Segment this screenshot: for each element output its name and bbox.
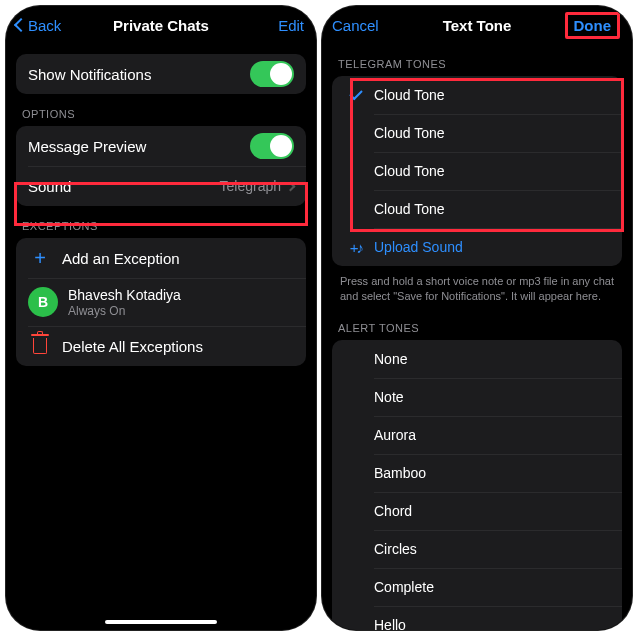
message-preview-row[interactable]: Message Preview: [16, 126, 306, 166]
alert-tone-row[interactable]: Note: [332, 378, 622, 416]
sound-label: Sound: [28, 178, 220, 195]
tone-label: Cloud Tone: [374, 201, 445, 217]
home-indicator[interactable]: [105, 620, 217, 624]
edit-label: Edit: [278, 17, 304, 34]
upload-sound-row[interactable]: +♪Upload Sound: [332, 228, 622, 266]
alert-tone-row[interactable]: Hello: [332, 606, 622, 630]
telegram-tone-row[interactable]: Cloud Tone: [332, 114, 622, 152]
alert-tone-row[interactable]: Aurora: [332, 416, 622, 454]
sound-row[interactable]: Sound Telegraph: [16, 166, 306, 206]
alert-tone-row[interactable]: None: [332, 340, 622, 378]
upload-hint: Press and hold a short voice note or mp3…: [322, 266, 632, 304]
edit-button[interactable]: Edit: [278, 6, 304, 44]
alert-tones-header: ALERT TONES: [322, 304, 632, 340]
message-preview-label: Message Preview: [28, 138, 250, 155]
alert-tones-group: NoneNoteAuroraBambooChordCirclesComplete…: [332, 340, 622, 630]
tone-label: Bamboo: [374, 465, 426, 481]
upload-sound-icon: +♪: [350, 239, 362, 256]
tone-label: Complete: [374, 579, 434, 595]
delete-all-label: Delete All Exceptions: [62, 338, 294, 355]
avatar: B: [28, 287, 58, 317]
alert-tone-row[interactable]: Circles: [332, 530, 622, 568]
exception-user-status: Always On: [68, 304, 294, 318]
cancel-label: Cancel: [332, 17, 379, 34]
check-icon: [349, 87, 362, 100]
show-notifications-row[interactable]: Show Notifications: [16, 54, 306, 94]
tone-label: Note: [374, 389, 404, 405]
tone-label: Cloud Tone: [374, 125, 445, 141]
tone-label: None: [374, 351, 407, 367]
done-button[interactable]: Done: [565, 6, 621, 44]
annotation-done-button: Done: [565, 12, 621, 39]
tone-label: Cloud Tone: [374, 163, 445, 179]
phone-text-tone: Cancel Text Tone Done TELEGRAM TONES Clo…: [322, 6, 632, 630]
page-title: Private Chats: [113, 17, 209, 34]
add-exception-label: Add an Exception: [62, 250, 294, 267]
chevron-right-icon: [286, 181, 296, 191]
sound-value: Telegraph: [220, 178, 282, 194]
done-label: Done: [574, 17, 612, 34]
telegram-tones-header: TELEGRAM TONES: [322, 44, 632, 76]
tone-label: Circles: [374, 541, 417, 557]
cancel-button[interactable]: Cancel: [332, 6, 379, 44]
telegram-tone-row[interactable]: Cloud Tone: [332, 152, 622, 190]
navbar: Back Private Chats Edit: [6, 6, 316, 44]
plus-icon: +: [34, 248, 46, 268]
options-group: Message Preview Sound Telegraph: [16, 126, 306, 206]
exceptions-header: EXCEPTIONS: [6, 206, 316, 238]
alert-tone-row[interactable]: Chord: [332, 492, 622, 530]
tone-label: Aurora: [374, 427, 416, 443]
alert-tone-row[interactable]: Complete: [332, 568, 622, 606]
message-preview-toggle[interactable]: [250, 133, 294, 159]
tone-label: Chord: [374, 503, 412, 519]
telegram-tones-group: Cloud ToneCloud ToneCloud ToneCloud Tone…: [332, 76, 622, 266]
tone-label: Hello: [374, 617, 406, 630]
alert-tone-row[interactable]: Bamboo: [332, 454, 622, 492]
page-title: Text Tone: [443, 17, 512, 34]
avatar-initial: B: [38, 294, 48, 310]
notifications-group: Show Notifications: [16, 54, 306, 94]
exceptions-group: + Add an Exception B Bhavesh Kotadiya Al…: [16, 238, 306, 366]
upload-sound-label: Upload Sound: [374, 239, 463, 255]
back-button[interactable]: Back: [16, 6, 61, 44]
telegram-tone-row[interactable]: Cloud Tone: [332, 76, 622, 114]
navbar: Cancel Text Tone Done: [322, 6, 632, 44]
exception-user-row[interactable]: B Bhavesh Kotadiya Always On: [16, 278, 306, 326]
trash-icon: [33, 338, 47, 354]
back-label: Back: [28, 17, 61, 34]
add-exception-row[interactable]: + Add an Exception: [16, 238, 306, 278]
phone-private-chats: Back Private Chats Edit Show Notificatio…: [6, 6, 316, 630]
telegram-tone-row[interactable]: Cloud Tone: [332, 190, 622, 228]
show-notifications-toggle[interactable]: [250, 61, 294, 87]
exception-user-name: Bhavesh Kotadiya: [68, 287, 294, 303]
delete-all-exceptions-row[interactable]: Delete All Exceptions: [16, 326, 306, 366]
show-notifications-label: Show Notifications: [28, 66, 250, 83]
tone-label: Cloud Tone: [374, 87, 445, 103]
chevron-left-icon: [14, 18, 28, 32]
options-header: OPTIONS: [6, 94, 316, 126]
